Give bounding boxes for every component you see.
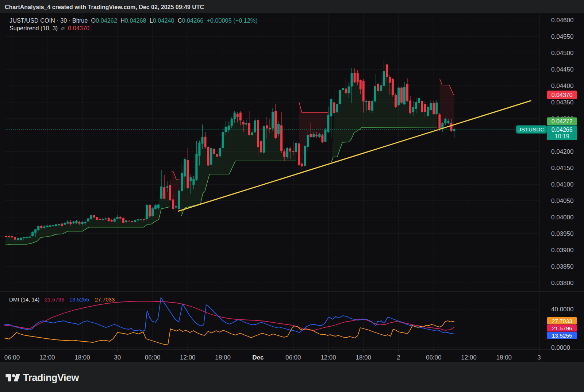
svg-text:12:00: 12:00 <box>39 354 55 361</box>
svg-text:0.04600: 0.04600 <box>551 17 573 24</box>
svg-text:0.04150: 0.04150 <box>551 165 573 172</box>
svg-text:06:00: 06:00 <box>285 354 301 361</box>
svg-text:0.04500: 0.04500 <box>551 50 573 57</box>
svg-text:0.03850: 0.03850 <box>551 263 573 270</box>
svg-text:13.5255: 13.5255 <box>69 296 89 303</box>
svg-text:0.04550: 0.04550 <box>551 33 573 40</box>
svg-text:JSTUSDC: JSTUSDC <box>518 126 544 132</box>
svg-text:0.03950: 0.03950 <box>551 230 573 237</box>
svg-text:30: 30 <box>114 354 121 361</box>
svg-text:Dec: Dec <box>252 354 264 361</box>
svg-text:12:00: 12:00 <box>320 354 336 361</box>
svg-text:Supertrend (10, 3) ⌀ 0.04370: Supertrend (10, 3) ⌀ 0.04370 <box>9 25 89 31</box>
svg-text:0.03900: 0.03900 <box>551 247 573 254</box>
svg-text:13.5255: 13.5255 <box>552 333 572 339</box>
svg-text:21.5796: 21.5796 <box>45 296 64 303</box>
svg-text:40.0000: 40.0000 <box>551 306 573 313</box>
svg-text:3: 3 <box>537 354 541 361</box>
svg-text:0.04350: 0.04350 <box>551 99 573 106</box>
svg-text:0.04000: 0.04000 <box>551 214 573 221</box>
svg-text:0.04450: 0.04450 <box>551 66 573 73</box>
svg-text:0.04400: 0.04400 <box>551 82 573 89</box>
svg-text:JUST/USD COIN · 30 · Bitrue O: JUST/USD COIN · 30 · Bitrue O0.04262 H0.… <box>9 17 258 24</box>
svg-text:ChartAnalysis_4 created with T: ChartAnalysis_4 created with TradingView… <box>5 4 204 10</box>
svg-text:21.5796: 21.5796 <box>552 325 572 331</box>
svg-text:2: 2 <box>397 354 400 361</box>
svg-text:06:00: 06:00 <box>145 354 161 361</box>
svg-text:0.04272: 0.04272 <box>552 118 573 124</box>
svg-text:DMI (14, 14): DMI (14, 14) <box>9 296 39 303</box>
svg-text:0.03800: 0.03800 <box>551 280 573 287</box>
svg-text:06:00: 06:00 <box>426 354 442 361</box>
svg-text:27.7033: 27.7033 <box>95 296 115 303</box>
svg-text:18:00: 18:00 <box>215 354 231 361</box>
svg-text:06:00: 06:00 <box>4 354 20 361</box>
svg-text:0.04266: 0.04266 <box>552 127 573 133</box>
svg-text:0.0000: 0.0000 <box>551 344 570 351</box>
svg-text:10:19: 10:19 <box>555 133 569 139</box>
svg-text:12:00: 12:00 <box>180 354 196 361</box>
svg-text:TradingView: TradingView <box>23 372 80 383</box>
svg-text:18:00: 18:00 <box>496 354 512 361</box>
svg-text:0.04050: 0.04050 <box>551 197 573 204</box>
svg-text:0.04200: 0.04200 <box>551 148 573 155</box>
svg-text:18:00: 18:00 <box>356 354 371 361</box>
svg-text:0.04100: 0.04100 <box>551 181 573 188</box>
svg-text:0.04370: 0.04370 <box>552 92 573 98</box>
svg-text:18:00: 18:00 <box>74 354 90 361</box>
svg-text:12:00: 12:00 <box>461 354 477 361</box>
svg-text:27.7033: 27.7033 <box>552 318 572 324</box>
